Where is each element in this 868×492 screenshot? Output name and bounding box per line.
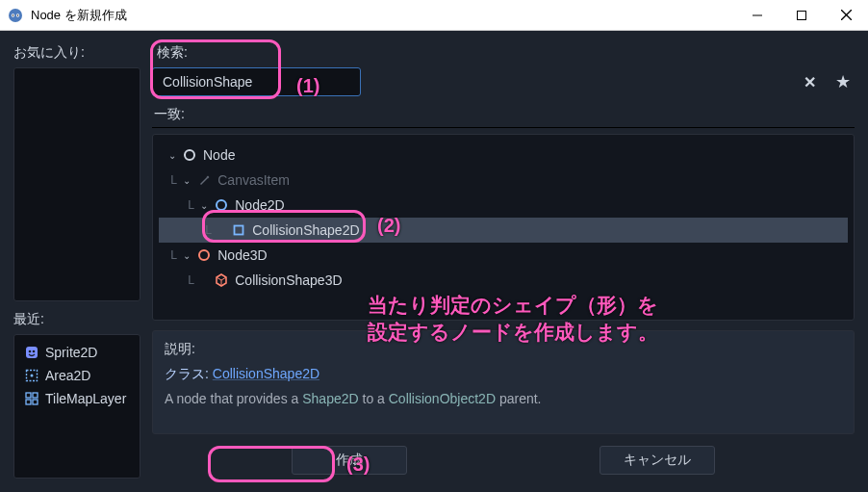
description-panel: 説明: クラス: CollisionShape2D A node that pr… bbox=[152, 330, 855, 434]
tilemaplayer-icon bbox=[24, 391, 39, 406]
description-text: A node that provides a Shape2D to a Coll… bbox=[165, 391, 842, 406]
svg-rect-16 bbox=[26, 400, 31, 404]
close-button[interactable] bbox=[824, 0, 868, 30]
svg-point-3 bbox=[13, 14, 14, 16]
svg-point-4 bbox=[17, 14, 19, 16]
collisionshape2d-icon bbox=[231, 222, 246, 238]
svg-point-18 bbox=[185, 150, 194, 160]
svg-point-0 bbox=[9, 9, 22, 22]
svg-rect-14 bbox=[26, 393, 31, 398]
type-link-shape2d[interactable]: Shape2D bbox=[302, 391, 358, 406]
svg-rect-15 bbox=[33, 393, 38, 398]
class-prefix: クラス: bbox=[165, 366, 213, 381]
description-label: 説明: bbox=[165, 341, 842, 358]
favorites-label: お気に入り: bbox=[13, 44, 140, 62]
recent-item-label: TileMapLayer bbox=[45, 391, 126, 406]
svg-rect-6 bbox=[798, 11, 806, 19]
chevron-down-icon[interactable]: ⌄ bbox=[181, 250, 192, 261]
tree-row-collisionshape2d[interactable]: L ⌄ CollisionShape2D bbox=[159, 218, 848, 243]
tree-row-node3d[interactable]: L ⌄ Node3D bbox=[159, 243, 848, 268]
svg-point-22 bbox=[199, 250, 209, 260]
node-icon bbox=[182, 147, 197, 163]
node2d-icon bbox=[214, 197, 229, 213]
recent-list: Sprite2D Area2D TileMapLayer bbox=[13, 334, 140, 479]
tree-label: CollisionShape3D bbox=[235, 272, 342, 288]
divider bbox=[152, 127, 855, 128]
favorites-list[interactable] bbox=[13, 67, 140, 301]
tree-row-node[interactable]: ⌄ Node bbox=[159, 142, 848, 168]
svg-line-7 bbox=[841, 10, 852, 20]
class-link[interactable]: CollisionShape2D bbox=[213, 366, 319, 381]
tree-label: CanvasItem bbox=[217, 172, 290, 188]
svg-point-13 bbox=[31, 375, 34, 377]
svg-rect-21 bbox=[235, 226, 243, 235]
canvasitem-icon bbox=[196, 172, 212, 188]
type-link-collisionobject2d[interactable]: CollisionObject2D bbox=[389, 391, 496, 406]
tree-label: Node2D bbox=[235, 197, 284, 213]
recent-item-tilemaplayer[interactable]: TileMapLayer bbox=[18, 387, 136, 410]
tree-label: CollisionShape2D bbox=[252, 222, 359, 238]
tree-row-collisionshape3d[interactable]: L ⌄ CollisionShape3D bbox=[159, 268, 848, 293]
tree-label: Node3D bbox=[217, 247, 267, 263]
tree-row-node2d[interactable]: L ⌄ Node2D bbox=[159, 193, 848, 218]
minimize-button[interactable] bbox=[735, 0, 779, 30]
chevron-down-icon[interactable]: ⌄ bbox=[181, 175, 192, 186]
recent-item-label: Sprite2D bbox=[45, 345, 97, 360]
tree: ⌄ Node L ⌄ CanvasItem L ⌄ bbox=[152, 134, 855, 321]
recent-item-sprite2d[interactable]: Sprite2D bbox=[18, 341, 136, 364]
window-title: Node を新規作成 bbox=[31, 7, 735, 24]
search-label: 検索: bbox=[152, 44, 855, 62]
chevron-down-icon[interactable]: ⌄ bbox=[198, 200, 210, 211]
svg-point-11 bbox=[33, 350, 36, 353]
svg-point-10 bbox=[29, 350, 32, 353]
window-controls bbox=[735, 0, 868, 30]
tree-row-canvasitem[interactable]: L ⌄ CanvasItem bbox=[159, 168, 848, 193]
svg-point-20 bbox=[217, 200, 226, 210]
title-bar: Node を新規作成 bbox=[0, 0, 868, 31]
chevron-down-icon[interactable]: ⌄ bbox=[166, 150, 178, 161]
create-button[interactable]: 作成 bbox=[292, 446, 407, 475]
search-input[interactable] bbox=[152, 67, 361, 96]
cancel-button[interactable]: キャンセル bbox=[600, 446, 715, 475]
app-icon bbox=[8, 8, 23, 23]
maximize-button[interactable] bbox=[779, 0, 824, 30]
collisionshape3d-icon bbox=[214, 272, 229, 288]
match-label: 一致: bbox=[152, 106, 855, 123]
area2d-icon bbox=[24, 368, 39, 383]
favorite-star-icon[interactable]: ★ bbox=[831, 71, 855, 92]
svg-rect-17 bbox=[33, 400, 38, 404]
recent-item-label: Area2D bbox=[45, 368, 90, 383]
sprite2d-icon bbox=[24, 345, 39, 360]
tree-label: Node bbox=[203, 147, 235, 163]
svg-rect-9 bbox=[26, 347, 38, 358]
recent-label: 最近: bbox=[13, 311, 140, 328]
node3d-icon bbox=[196, 247, 212, 263]
svg-line-8 bbox=[841, 10, 852, 20]
recent-item-area2d[interactable]: Area2D bbox=[18, 364, 136, 387]
clear-search-icon[interactable]: ✕ bbox=[804, 73, 816, 91]
